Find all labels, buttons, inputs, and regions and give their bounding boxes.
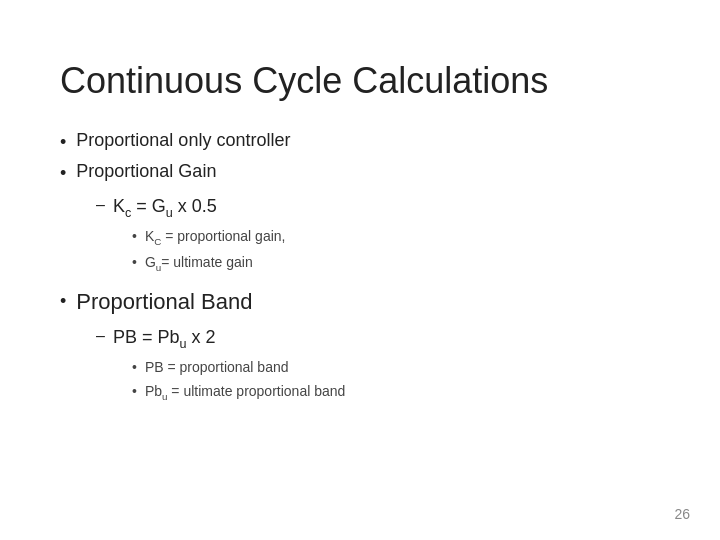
sub-sub-dot-1: • <box>132 228 137 244</box>
sub-sub-dot-4: • <box>132 383 137 399</box>
slide: Continuous Cycle Calculations • Proporti… <box>0 0 720 540</box>
sub-dash-2: – <box>96 327 105 345</box>
pb-definition: • PB = proportional band <box>132 359 660 375</box>
bullet-proportional-band: • Proportional Band <box>60 289 660 315</box>
sub-sub-dot-3: • <box>132 359 137 375</box>
content-area: • Proportional only controller • Proport… <box>60 130 660 510</box>
kc-definition: • KC = proportional gain, <box>132 228 660 247</box>
gu-definition-text: Gu= ultimate gain <box>145 254 253 273</box>
sub-sub-dot-2: • <box>132 254 137 270</box>
bullet-proportional-gain: • Proportional Gain <box>60 161 660 184</box>
pb-definition-text: PB = proportional band <box>145 359 289 375</box>
bullet-text-2: Proportional Gain <box>76 161 216 182</box>
bullet-dot-2: • <box>60 163 66 184</box>
formula-pb: – PB = Pbu x 2 <box>96 327 660 351</box>
page-number: 26 <box>674 506 690 522</box>
bullet-text-3: Proportional Band <box>76 289 252 315</box>
formula-kc: – Kc = Gu x 0.5 <box>96 196 660 220</box>
sub-dash-1: – <box>96 196 105 214</box>
bullet-dot-3: • <box>60 291 66 312</box>
formula-pb-text: PB = Pbu x 2 <box>113 327 216 351</box>
slide-title: Continuous Cycle Calculations <box>60 60 660 102</box>
pbu-definition: • Pbu = ultimate proportional band <box>132 383 660 402</box>
bullet-text-1: Proportional only controller <box>76 130 290 151</box>
gu-definition: • Gu= ultimate gain <box>132 254 660 273</box>
bullet-dot-1: • <box>60 132 66 153</box>
formula-kc-text: Kc = Gu x 0.5 <box>113 196 217 220</box>
bullet-proportional-only: • Proportional only controller <box>60 130 660 153</box>
kc-definition-text: KC = proportional gain, <box>145 228 286 247</box>
pbu-definition-text: Pbu = ultimate proportional band <box>145 383 345 402</box>
